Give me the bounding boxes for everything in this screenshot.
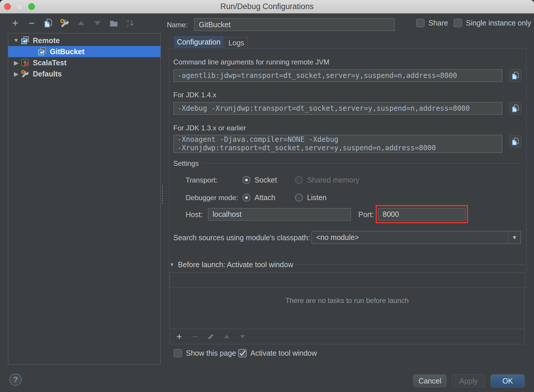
command-line-field[interactable]: -agentlib:jdwp=transport=dt_socket,serve… [173,69,502,82]
name-label: Name: [167,21,188,29]
create-folder-button [109,18,119,28]
folder-icon [109,18,118,28]
expand-icon[interactable]: ▶ [12,71,21,77]
jdk14-field[interactable]: -Xdebug -Xrunjdwp:transport=dt_socket,se… [173,102,502,115]
single-instance-option: Single instance only [454,19,531,27]
move-down-button [92,18,103,28]
jdk13-value-line1: -Xnoagent -Djava.compiler=NONE -Xdebug [177,135,498,144]
tab-configuration[interactable]: Configuration [173,35,224,48]
remote-config-icon [38,47,46,56]
configurations-toolbar: + − a z [10,17,135,29]
show-this-page-option: Show this page [174,349,236,357]
cancel-label: Cancel [418,377,441,385]
tree-item-label: Remote [33,36,60,45]
minus-icon: − [192,332,198,341]
copy-icon [511,104,519,113]
debugger-mode-attach-radio[interactable] [243,194,250,202]
show-this-page-label: Show this page [186,349,236,357]
minus-icon: − [28,19,35,28]
activate-tool-window-option: Activate tool window [238,349,317,357]
single-instance-checkbox[interactable] [454,19,462,27]
wrench-gear-icon [60,18,69,28]
transport-row: Transport: Socket Shared memory [186,176,359,184]
copy-jdk14-button[interactable] [509,102,521,115]
host-input[interactable]: localhost [208,208,351,221]
copy-command-line-button[interactable] [509,69,521,82]
name-value: GitBucket [199,21,230,29]
activate-tool-window-checkbox[interactable] [238,349,247,357]
tree-item-defaults[interactable]: ▶ Defaults [8,68,160,79]
chevron-down-icon: ▼ [508,231,521,243]
add-task-button[interactable]: + [174,332,184,341]
before-launch-task-list: There are no tasks to run before launch … [169,272,525,344]
move-up-button [76,18,86,28]
share-option: Share [416,19,448,27]
tab-logs[interactable]: Logs [225,37,248,48]
plus-icon: + [12,19,18,28]
single-instance-label: Single instance only [466,19,531,27]
help-icon: ? [13,375,18,384]
before-launch-separator [283,264,525,265]
task-toolbar: + − [170,329,524,344]
remove-configuration-button[interactable]: − [26,18,37,28]
run-debug-configurations-dialog: Run/Debug Configurations + − [0,0,534,392]
ok-button[interactable]: OK [491,374,525,387]
plus-icon: + [177,332,182,341]
debugger-mode-listen-radio[interactable] [295,194,303,202]
svg-text:a: a [127,19,129,23]
debugger-mode-listen-label: Listen [307,193,327,202]
activate-tool-window-label: Activate tool window [250,349,317,357]
transport-socket-label: Socket [255,176,277,184]
tree-item-remote[interactable]: ▼ Remote [8,35,160,46]
host-value: localhost [213,210,242,219]
port-input[interactable]: 8000 [378,208,466,221]
help-button[interactable]: ? [9,374,22,386]
collapse-icon[interactable]: ▼ [169,262,174,268]
ok-label: OK [502,377,513,385]
debugger-mode-label: Debugger mode: [186,194,238,202]
remote-config-icon [21,36,29,45]
before-launch-header[interactable]: ▼ Before launch: Activate tool window [169,260,293,269]
transport-shared-memory-radio [295,176,303,184]
edit-task-button [206,332,216,341]
name-input[interactable]: GitBucket [194,18,395,31]
title-bar: Run/Debug Configurations [0,0,534,13]
svg-text:z: z [127,23,129,28]
transport-label: Transport: [186,176,238,184]
move-task-up-button [222,332,231,341]
search-sources-label: Search sources using module's classpath: [173,234,310,242]
zoom-window-button[interactable] [28,3,35,10]
add-configuration-button[interactable]: + [10,18,21,28]
module-classpath-value: <no module> [312,233,508,242]
close-window-button[interactable] [4,3,11,10]
expand-icon[interactable]: ▶ [12,59,21,66]
host-label: Host: [186,210,203,219]
configurations-tree: ▼ Remote GitBucket [8,33,161,364]
arrow-down-icon [239,333,246,340]
transport-shared-memory-label: Shared memory [307,176,359,184]
window-controls [4,3,35,10]
splitter-handle[interactable] [162,185,163,204]
wrench-gear-icon [21,69,29,78]
copy-icon [511,137,519,146]
show-this-page-checkbox[interactable] [174,349,182,357]
tab-label: Configuration [177,38,221,46]
tree-item-gitbucket[interactable]: GitBucket [8,46,160,57]
edit-defaults-button[interactable] [59,18,70,28]
command-line-label: Command line arguments for running remot… [173,58,329,66]
tree-item-scalatest[interactable]: ▶ ScalaTest [8,57,160,68]
module-classpath-dropdown[interactable]: <no module> ▼ [311,231,521,244]
jdk13-field[interactable]: -Xnoagent -Djava.compiler=NONE -Xdebug -… [173,135,502,153]
cancel-button[interactable]: Cancel [413,374,447,387]
copy-configuration-button[interactable] [43,18,53,28]
apply-button: Apply [452,374,486,387]
copy-jdk13-button[interactable] [509,135,521,148]
transport-socket-radio[interactable] [243,176,250,184]
share-checkbox[interactable] [416,19,425,27]
before-launch-title: Before launch: Activate tool window [178,260,293,269]
tree-item-label: Defaults [33,70,62,78]
port-value: 8000 [383,210,399,219]
collapse-icon[interactable]: ▼ [12,37,21,44]
debugger-mode-attach-label: Attach [255,193,275,202]
remove-task-button: − [190,332,200,341]
